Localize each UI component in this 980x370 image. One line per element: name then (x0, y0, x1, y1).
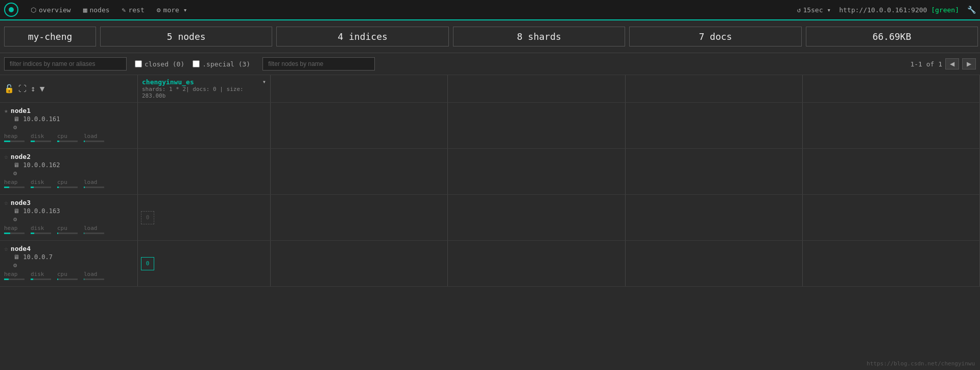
node4-star-icon[interactable]: ☆ (4, 245, 8, 252)
node-row: ☆ node3 🖥 10.0.0.163 ⚙ heap disk cpu (0, 195, 980, 241)
disk4-icon: 🖥 (13, 253, 19, 261)
disk-icon: 🖥 (13, 115, 19, 123)
settings-icon[interactable]: 🔧 (967, 6, 976, 14)
node1-ip: 🖥 10.0.0.161 (13, 115, 133, 123)
nav-nodes[interactable]: ▦ nodes (77, 6, 116, 14)
nodes-filter-input[interactable] (262, 57, 375, 71)
node1-empty-4 (803, 103, 980, 148)
node4-empty-3 (626, 241, 803, 286)
closed-checkbox-label[interactable]: closed (0) (135, 60, 184, 68)
node1-metrics: heap disk cpu load (4, 133, 133, 142)
topnav-right: ↺ 15sec ▾ http://10.0.0.161:9200 [green]… (797, 6, 976, 14)
node2-metrics: heap disk cpu load (4, 179, 133, 188)
refresh-icon: ↺ (797, 6, 801, 14)
top-navigation: ⬡ overview ▦ nodes ✎ rest ⚙ more ▾ ↺ 15s… (0, 0, 980, 20)
closed-checkbox[interactable] (135, 60, 142, 67)
node4-shards: 0 (138, 241, 271, 286)
node2-empty-3 (626, 149, 803, 194)
node1-empty-3 (626, 103, 803, 148)
special-checkbox-label[interactable]: .special (3) (193, 60, 250, 68)
node3-empty-1 (271, 195, 448, 240)
node2-star-icon[interactable]: ☆ (4, 153, 8, 160)
cluster-name-stat: my-cheng (4, 27, 96, 47)
node3-cog-icon: ⚙ (13, 216, 133, 223)
nodes-stat: 5 nodes (100, 27, 272, 47)
more-icon: ⚙ (157, 6, 161, 14)
node3-metrics: heap disk cpu load (4, 225, 133, 234)
node2-shards (138, 149, 271, 194)
shard-box[interactable]: 0 (141, 257, 154, 270)
nav-rest[interactable]: ✎ rest (116, 6, 151, 14)
expand-icon[interactable]: ⛶ (18, 84, 27, 94)
nav-overview[interactable]: ⬡ overview (25, 6, 77, 14)
disk2-icon: 🖥 (13, 161, 19, 169)
node1-empty-2 (448, 103, 625, 148)
node3-shards: 0 (138, 195, 271, 240)
overview-icon: ⬡ (31, 6, 36, 14)
index-filter-input[interactable] (4, 57, 127, 71)
node4-info: ☆ node4 🖥 10.0.0.7 ⚙ heap disk cpu (0, 241, 138, 286)
node1-cog-icon: ⚙ (13, 124, 133, 131)
shards-stat: 8 shards (453, 27, 625, 47)
sort-az-icon[interactable]: ↕ (31, 84, 36, 94)
node1-shards (138, 103, 271, 148)
node4-empty-4 (803, 241, 980, 286)
index-dropdown-icon[interactable]: ▾ (262, 78, 266, 85)
node4-empty-1 (271, 241, 448, 286)
node3-info: ☆ node3 🖥 10.0.0.163 ⚙ heap disk cpu (0, 195, 138, 240)
cluster-url: http://10.0.0.161:9200 [green] (839, 6, 959, 14)
empty-header-col-1 (271, 75, 448, 102)
controls-col: 🔓 ⛶ ↕ ▼ (0, 75, 138, 102)
empty-header-col-2 (448, 75, 625, 102)
docs-stat: 7 docs (629, 27, 801, 47)
node-row: ☆ node2 🖥 10.0.0.162 ⚙ heap disk cpu (0, 149, 980, 195)
nodes-icon: ▦ (83, 6, 87, 14)
shard-box[interactable]: 0 (141, 211, 154, 224)
lock-icon[interactable]: 🔓 (4, 84, 14, 94)
indices-stat: 4 indices (276, 27, 448, 47)
next-page-button[interactable]: ▶ (962, 58, 976, 70)
node2-empty-4 (803, 149, 980, 194)
empty-header-col-4 (803, 75, 980, 102)
node4-cog-icon: ⚙ (13, 262, 133, 269)
node3-star-icon[interactable]: ☆ (4, 199, 8, 206)
node2-cog-icon: ⚙ (13, 170, 133, 177)
svg-point-1 (9, 7, 14, 12)
empty-header-col-3 (626, 75, 803, 102)
stats-bar: my-cheng 5 nodes 4 indices 8 shards 7 do… (0, 20, 980, 53)
node1-star-icon[interactable]: ★ (4, 107, 8, 114)
filter-row: closed (0) .special (3) 1-1 of 1 ◀ ▶ (0, 53, 980, 75)
pagination: 1-1 of 1 ◀ ▶ (910, 58, 976, 70)
prev-page-button[interactable]: ◀ (945, 58, 959, 70)
rest-icon: ✎ (122, 6, 126, 14)
special-checkbox[interactable] (193, 60, 200, 67)
size-stat: 66.69KB (806, 27, 978, 47)
chevron-down-icon[interactable]: ▼ (40, 84, 45, 94)
node1-info: ★ node1 🖥 10.0.0.161 ⚙ heap disk cpu (0, 103, 138, 148)
refresh-control[interactable]: ↺ 15sec ▾ (797, 6, 831, 14)
node4-empty-2 (448, 241, 625, 286)
node2-empty-2 (448, 149, 625, 194)
index-header: ▾ chengyinwu_es shards: 1 * 2| docs: 0 |… (138, 75, 271, 102)
node-row: ★ node1 🖥 10.0.0.161 ⚙ heap disk cpu (0, 103, 980, 149)
node-row: ☆ node4 🖥 10.0.0.7 ⚙ heap disk cpu (0, 241, 980, 287)
node3-empty-2 (448, 195, 625, 240)
node4-metrics: heap disk cpu load (4, 271, 133, 280)
app-logo[interactable] (4, 3, 18, 17)
node3-empty-4 (803, 195, 980, 240)
node2-info: ☆ node2 🖥 10.0.0.162 ⚙ heap disk cpu (0, 149, 138, 194)
disk3-icon: 🖥 (13, 207, 19, 215)
node1-empty-1 (271, 103, 448, 148)
node2-empty-1 (271, 149, 448, 194)
node3-empty-3 (626, 195, 803, 240)
main-grid: 🔓 ⛶ ↕ ▼ ▾ chengyinwu_es shards: 1 * 2| d… (0, 75, 980, 287)
nav-more[interactable]: ⚙ more ▾ (151, 6, 194, 14)
footer-link: https://blog.csdn.net/chengyinwu (867, 360, 975, 367)
grid-header-row: 🔓 ⛶ ↕ ▼ ▾ chengyinwu_es shards: 1 * 2| d… (0, 75, 980, 103)
